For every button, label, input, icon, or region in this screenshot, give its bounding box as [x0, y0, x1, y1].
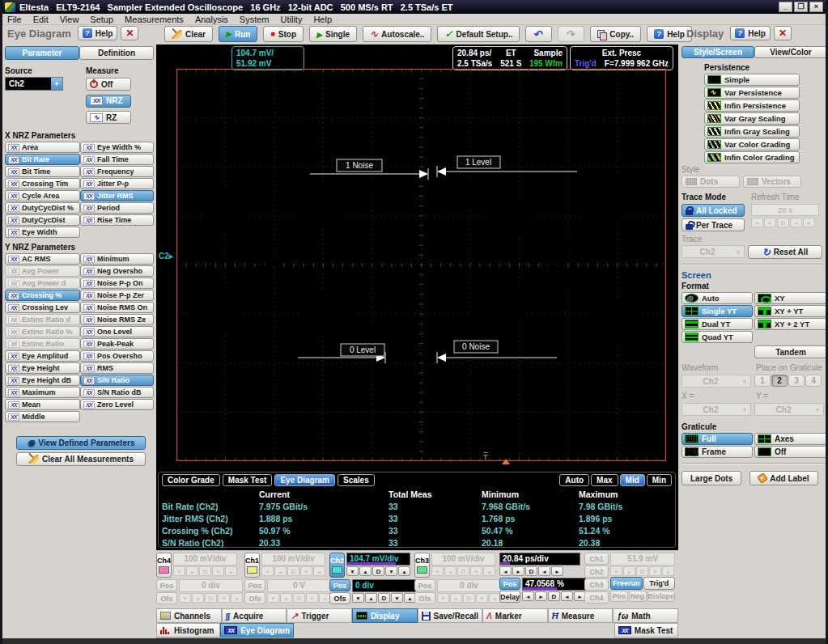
coarse-right-icon[interactable]: ► [551, 566, 563, 576]
y-nrz-parameter-button[interactable]: Extinc Ratio [5, 338, 80, 350]
display-panel-tab[interactable]: Style/Screen [682, 46, 754, 58]
screen-format-button[interactable]: Single YT [682, 305, 753, 317]
step-up-icon[interactable]: ▲ [450, 593, 462, 603]
y-nrz-parameter-button[interactable]: AC RMS [5, 253, 80, 265]
y-nrz-parameter-button[interactable]: Extinc Ratio % [5, 326, 80, 337]
pos-button[interactable]: Pos [156, 579, 177, 591]
ofs-button[interactable]: Ofs [156, 592, 177, 604]
channel-scale-stepper[interactable]: ▼▲D▼▲ [346, 566, 410, 576]
trigger-source-button[interactable]: Ch1 [584, 553, 609, 565]
persistence-mode-button[interactable]: Simple [704, 74, 800, 86]
coarse-down-icon[interactable]: ▼ [476, 593, 488, 603]
timebase-stepper[interactable]: ◄►D◄► [499, 566, 580, 576]
x-nrz-parameter-button[interactable]: Cycle Area [5, 190, 80, 201]
x-nrz-parameter-button[interactable]: DutyCycDist [5, 214, 80, 226]
step-down-icon[interactable]: ▼ [437, 593, 449, 603]
step-default-icon[interactable]: D [205, 593, 217, 603]
trigger-slope-button[interactable]: Neg [629, 591, 647, 602]
menu-item[interactable]: Setup [90, 15, 113, 24]
y-nrz-parameter-button[interactable]: Avg Power [5, 265, 80, 277]
x-nrz-parameter-button[interactable]: Jitter RMS [80, 190, 154, 201]
step-default-icon[interactable]: D [525, 566, 537, 576]
y-nrz-parameter-button[interactable]: Neg Oversho [80, 265, 154, 277]
results-view-tab[interactable]: Mid [620, 474, 645, 486]
toolbar-button[interactable]: Default Setup.. [437, 26, 520, 42]
step-down-icon[interactable]: ▼ [431, 566, 444, 576]
x-nrz-parameter-button[interactable]: Period [80, 202, 154, 214]
screen-format-button[interactable]: XY + YT [754, 305, 827, 317]
trace-mode-button[interactable]: Per Trace [682, 218, 745, 231]
help-button[interactable]: Help [730, 26, 771, 40]
results-view-tab[interactable]: Auto [559, 474, 589, 486]
trigger-source-button[interactable]: Ch2 [584, 566, 609, 578]
y-nrz-parameter-button[interactable]: Noise P-p On [80, 278, 154, 289]
y-nrz-parameter-button[interactable]: Mean [5, 399, 80, 410]
step-down-icon[interactable]: ▼ [267, 593, 279, 603]
setup-tab[interactable]: Acquire [222, 608, 287, 623]
graticule-mode-button[interactable]: Axes [754, 433, 827, 445]
results-tab[interactable]: Eye Diagram [274, 474, 335, 486]
y-nrz-parameter-button[interactable]: Minimum [80, 253, 154, 265]
step-right-icon[interactable]: ► [535, 591, 547, 601]
screen-format-button[interactable]: Dual YT [682, 318, 753, 330]
results-view-tab[interactable]: Min [647, 474, 672, 486]
toolbar-button[interactable] [525, 26, 552, 42]
step-down-icon[interactable]: ▼ [179, 593, 191, 603]
screen-format-button[interactable]: Auto [682, 292, 753, 304]
setup-tab[interactable]: Channels [156, 608, 222, 623]
y-nrz-parameter-button[interactable]: RMS [80, 362, 154, 374]
setup-tab[interactable]: Display [352, 608, 418, 623]
trigger-time-marker[interactable]: T [483, 452, 488, 461]
toolbar-button[interactable]: Copy.. [590, 26, 641, 42]
trigger-source-button[interactable]: Ch3 [584, 578, 609, 591]
step-default-icon[interactable]: D [457, 566, 469, 576]
coarse-up-icon[interactable]: ▲ [231, 593, 243, 603]
step-down-icon[interactable]: ▼ [261, 566, 274, 576]
persistence-mode-button[interactable]: Infin Gray Scaling [704, 125, 800, 138]
y-nrz-parameter-button[interactable]: Noise RMS Ze [80, 314, 154, 325]
y-nrz-parameter-button[interactable]: Extinc Ratio d [5, 314, 80, 325]
step-up-icon[interactable]: ▲ [274, 566, 287, 576]
trigger-mode-button[interactable]: Freerun [610, 577, 643, 590]
x-nrz-parameter-button[interactable]: DutyCycDist % [5, 202, 80, 214]
menu-item[interactable]: Edit [33, 15, 49, 24]
y-nrz-parameter-button[interactable]: Pos Oversho [80, 350, 154, 362]
ofs-button[interactable]: Ofs [244, 592, 265, 604]
measure-mode-button[interactable]: Off [86, 78, 131, 91]
trigger-mode-button[interactable]: Trig'd [643, 577, 675, 590]
x-nrz-parameter-button[interactable]: Rise Time [80, 214, 154, 226]
results-tab[interactable]: Mask Test [223, 474, 273, 486]
x-nrz-parameter-button[interactable]: Bit Rate [5, 154, 80, 165]
coarse-up-icon[interactable]: ▲ [225, 566, 237, 576]
setup-tab[interactable]: Eye Diagram [220, 623, 294, 638]
channel-position-stepper[interactable]: ▼▲D▼▲ [437, 593, 501, 603]
x-nrz-parameter-button[interactable]: Bit Time [5, 166, 80, 177]
coarse-left-icon[interactable]: ◄ [561, 591, 573, 601]
step-down-icon[interactable]: ▼ [352, 593, 364, 603]
y-nrz-parameter-button[interactable]: S/N Ratio dB [80, 387, 154, 398]
menu-item[interactable]: Analysis [195, 15, 228, 24]
channel-button[interactable]: Ch3 [414, 553, 430, 578]
menu-item[interactable]: Utility [281, 15, 303, 24]
y-nrz-parameter-button[interactable]: S/N Ratio [80, 375, 154, 386]
help-button[interactable]: Help [78, 26, 118, 40]
display-panel-tab[interactable]: View/Color [754, 46, 827, 58]
setup-tab[interactable]: Measure [548, 608, 614, 623]
graticule-mode-button[interactable]: Frame [682, 446, 753, 458]
step-left-icon[interactable]: ◄ [522, 591, 534, 601]
y-nrz-parameter-button[interactable]: Noise P-p Zer [80, 290, 154, 301]
setup-tab[interactable]: Math [613, 608, 678, 623]
x-nrz-parameter-button[interactable]: Eye Width [5, 227, 80, 238]
toolbar-button[interactable]: Run [219, 26, 257, 42]
y-nrz-parameter-button[interactable]: Eye Amplitud [5, 350, 80, 362]
clear-all-measurements-button[interactable]: Clear All Measurements [16, 452, 146, 466]
menu-item[interactable]: File [7, 15, 22, 24]
y-nrz-parameter-button[interactable]: Eye Height dB [5, 375, 80, 386]
measure-mode-button[interactable]: RZ [86, 111, 131, 124]
step-default-icon[interactable]: D [199, 566, 211, 576]
add-label-button[interactable]: Add Label [749, 471, 817, 485]
coarse-down-icon[interactable]: ▼ [300, 566, 312, 576]
y-nrz-parameter-button[interactable]: Eye Height [5, 362, 80, 374]
minimize-button[interactable]: _ [779, 2, 792, 12]
coarse-up-icon[interactable]: ▲ [398, 566, 410, 576]
